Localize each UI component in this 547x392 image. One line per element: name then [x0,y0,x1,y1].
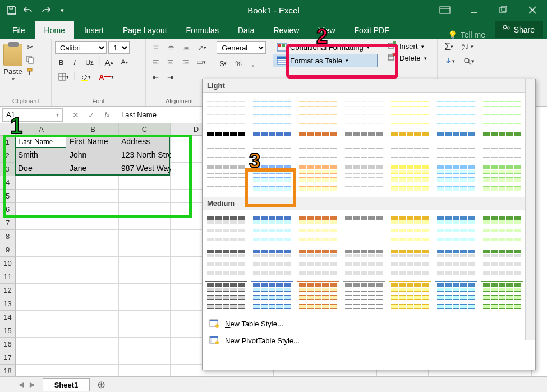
row-header-16[interactable]: 16 [0,338,16,351]
table-style-swatch[interactable] [343,96,385,126]
table-style-swatch[interactable] [205,163,247,193]
table-style-swatch[interactable] [251,96,293,126]
borders-button[interactable]: ▾ [55,71,72,83]
table-style-swatch[interactable] [343,130,385,160]
cell-A2[interactable]: Smith [16,149,67,163]
enter-formula-icon[interactable]: ✓ [84,108,99,122]
table-style-swatch[interactable] [205,130,247,160]
row-header-3[interactable]: 3 [0,163,16,176]
cell-A3[interactable]: Doe [16,163,67,176]
row-header-10[interactable]: 10 [0,257,16,270]
table-style-swatch[interactable] [435,281,477,311]
new-pivot-style-item[interactable]: New PivotTable Style... [203,332,535,349]
cell-A7[interactable] [16,216,67,230]
table-style-swatch[interactable] [343,163,385,193]
table-style-swatch[interactable] [297,281,339,311]
row-header-9[interactable]: 9 [0,243,16,257]
orientation-icon[interactable]: ⤢▾ [195,41,209,54]
italic-button[interactable]: I [68,56,81,68]
cell-C17[interactable] [119,351,171,365]
cell-C15[interactable] [119,324,171,338]
table-style-swatch[interactable] [435,96,477,126]
cell-B17[interactable] [67,351,119,365]
cancel-formula-icon[interactable]: ✕ [68,108,83,122]
col-header-A[interactable]: A [16,123,67,136]
cell-B16[interactable] [67,338,119,351]
format-painter-icon[interactable] [24,66,37,77]
row-header-7[interactable]: 7 [0,216,16,230]
cell-B10[interactable] [67,257,119,270]
cell-A4[interactable] [16,176,67,190]
copy-icon[interactable] [24,54,37,65]
cell-B7[interactable] [67,216,119,230]
cell-B18[interactable] [67,365,119,376]
table-style-swatch[interactable] [297,163,339,193]
table-style-swatch[interactable] [435,130,477,160]
cell-B12[interactable] [67,284,119,297]
row-header-17[interactable]: 17 [0,351,16,365]
tab-home[interactable]: Home [35,21,74,39]
align-right-icon[interactable] [179,56,192,68]
table-style-swatch[interactable] [435,247,477,278]
undo-icon[interactable] [21,3,36,17]
cut-icon[interactable]: ✂ [24,41,37,53]
cell-B8[interactable] [67,230,119,243]
cell-C3[interactable]: 987 West Way [119,163,171,176]
table-style-swatch[interactable] [205,96,247,126]
cell-C18[interactable] [119,365,171,376]
tell-me-search[interactable]: 💡 Tell me [448,30,485,39]
table-style-swatch[interactable] [435,214,477,244]
tab-data[interactable]: Data [229,21,264,39]
cell-A9[interactable] [16,243,67,257]
tab-page-layout[interactable]: Page Layout [114,21,176,39]
align-center-icon[interactable] [164,56,177,68]
col-header-B[interactable]: B [67,123,119,136]
table-style-swatch[interactable] [389,163,431,193]
table-style-swatch[interactable] [297,247,339,278]
fill-button[interactable]: ▾ [441,55,458,67]
fill-color-button[interactable]: ▾ [77,71,94,83]
cell-A12[interactable] [16,284,67,297]
row-header-2[interactable]: 2 [0,149,16,163]
close-button[interactable] [518,0,547,20]
align-bottom-icon[interactable] [180,41,193,54]
table-style-swatch[interactable] [481,214,523,244]
tab-file[interactable]: File [3,21,34,39]
cell-C2[interactable]: 123 North Street [119,149,171,163]
align-left-icon[interactable] [149,56,162,68]
table-style-swatch[interactable] [251,281,293,311]
cell-A14[interactable] [16,311,67,324]
underline-button[interactable]: U ▾ [82,56,96,68]
row-header-18[interactable]: 18 [0,365,16,376]
cell-C7[interactable] [119,216,171,230]
currency-button[interactable]: $ ▾ [217,57,230,70]
cell-B4[interactable] [67,176,119,190]
cell-C16[interactable] [119,338,171,351]
cell-A18[interactable] [16,365,67,376]
table-style-swatch[interactable] [205,281,247,311]
table-style-swatch[interactable] [481,281,523,311]
decrease-indent-icon[interactable]: ⇤ [149,71,162,83]
comma-button[interactable]: , [247,57,259,70]
share-button[interactable]: Share [495,21,543,38]
sheet-tab-1[interactable]: Sheet1 [43,378,90,391]
table-style-swatch[interactable] [205,247,247,278]
bold-button[interactable]: B [55,56,67,68]
col-header-C[interactable]: C [119,123,171,136]
cell-A1[interactable]: Last Name [16,136,67,149]
table-style-swatch[interactable] [481,247,523,278]
percent-button[interactable]: % [232,57,245,70]
grow-font-button[interactable]: A▴ [102,56,117,68]
cell-B13[interactable] [67,297,119,311]
sheet-prev-icon[interactable]: ◄ [17,380,26,390]
font-name-select[interactable]: Calibri [55,41,107,54]
format-as-table-button[interactable]: Format as Table▾ [273,54,378,67]
table-style-swatch[interactable] [481,130,523,160]
cell-C11[interactable] [119,270,171,284]
cell-C9[interactable] [119,243,171,257]
table-style-swatch[interactable] [481,163,523,193]
merge-icon[interactable]: ▾ [194,56,209,68]
new-table-style-item[interactable]: New Table Style... [203,315,535,332]
cell-C12[interactable] [119,284,171,297]
row-header-5[interactable]: 5 [0,190,16,203]
